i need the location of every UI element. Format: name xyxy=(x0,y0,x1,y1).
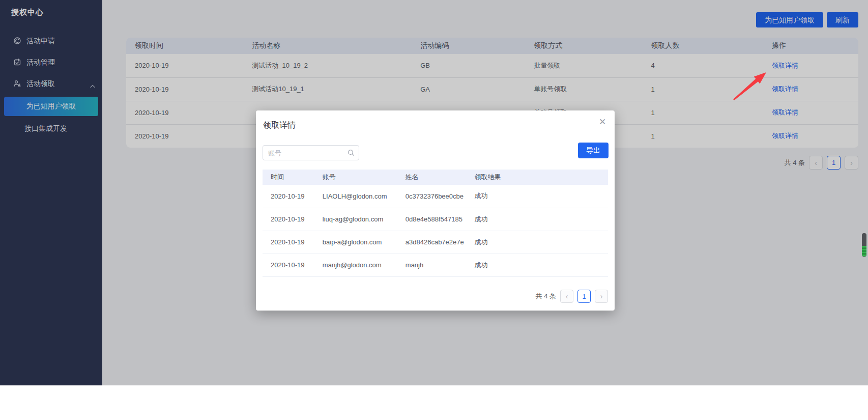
cell-name: manjh xyxy=(397,254,467,276)
table-row: 2020-10-19 LIAOLH@glodon.com 0c3732376be… xyxy=(263,185,608,208)
scrollbar-green-stripes xyxy=(862,246,866,257)
cell-name: 0c3732376bee0cbe xyxy=(397,185,467,208)
page-bottom-gap xyxy=(0,385,868,420)
cell-account: liuq-ag@glodon.com xyxy=(314,208,397,231)
cell-result: 成功 xyxy=(467,254,608,276)
cell-account: baip-a@glodon.com xyxy=(314,231,397,254)
app-window: 授权中心 活动申请 活动管理 活动领取 xyxy=(0,0,868,385)
export-button[interactable]: 导出 xyxy=(578,143,609,158)
cell-time: 2020-10-19 xyxy=(263,231,314,254)
col-account: 账号 xyxy=(314,170,397,185)
col-name: 姓名 xyxy=(397,170,467,185)
next-page-icon[interactable]: › xyxy=(595,290,608,303)
account-search xyxy=(263,145,359,160)
cell-result: 成功 xyxy=(467,231,608,254)
scrollbar-thumb[interactable] xyxy=(862,233,866,257)
claim-detail-table: 时间 账号 姓名 领取结果 2020-10-19 LIAOLH@glodon.c… xyxy=(263,170,608,277)
col-claim-result: 领取结果 xyxy=(467,170,608,185)
modal-pagination: 共 4 条 ‹ 1 › xyxy=(536,290,608,303)
cell-result: 成功 xyxy=(467,185,608,208)
search-icon xyxy=(348,149,355,158)
account-search-input[interactable] xyxy=(263,145,359,160)
cell-name: 0d8e4e588f547185 xyxy=(397,208,467,231)
cell-time: 2020-10-19 xyxy=(263,208,314,231)
detail-table-header: 时间 账号 姓名 领取结果 xyxy=(263,170,608,185)
pagination-total: 共 4 条 xyxy=(536,292,556,301)
cell-account: manjh@glodon.com xyxy=(314,254,397,276)
claim-detail-modal: 领取详情 ✕ 导出 时间 账号 姓名 领取结果 xyxy=(256,110,615,311)
page-number-button[interactable]: 1 xyxy=(577,290,591,303)
prev-page-icon[interactable]: ‹ xyxy=(560,290,573,303)
table-row: 2020-10-19 manjh@glodon.com manjh 成功 xyxy=(263,254,608,276)
close-icon[interactable]: ✕ xyxy=(597,116,608,127)
cell-account: LIAOLH@glodon.com xyxy=(314,185,397,208)
modal-table-wrap: 时间 账号 姓名 领取结果 2020-10-19 LIAOLH@glodon.c… xyxy=(263,170,608,277)
cell-name: a3d8426cab7e2e7e xyxy=(397,231,467,254)
table-row: 2020-10-19 liuq-ag@glodon.com 0d8e4e588f… xyxy=(263,208,608,231)
cell-time: 2020-10-19 xyxy=(263,185,314,208)
modal-title: 领取详情 xyxy=(263,120,296,131)
table-row: 2020-10-19 baip-a@glodon.com a3d8426cab7… xyxy=(263,231,608,254)
cell-result: 成功 xyxy=(467,208,608,231)
cell-time: 2020-10-19 xyxy=(263,254,314,276)
col-time: 时间 xyxy=(263,170,314,185)
